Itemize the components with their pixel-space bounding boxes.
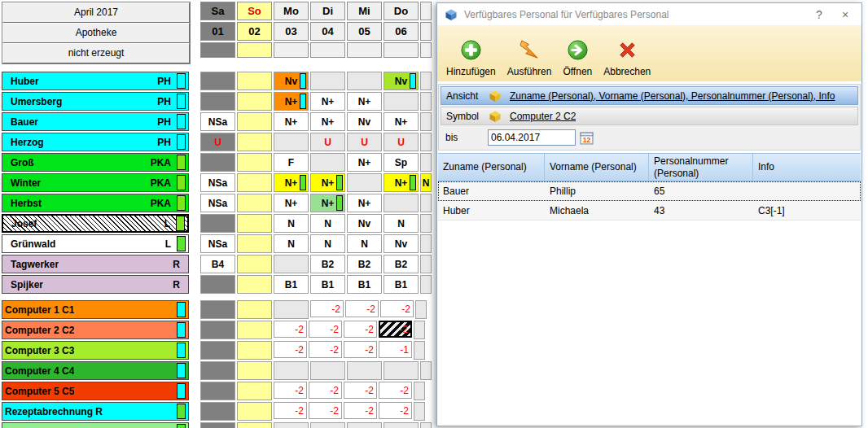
schedule-cell[interactable]: B2 [347,255,382,273]
schedule-cell[interactable]: -2 [309,402,342,419]
schedule-cell[interactable]: B4 [200,255,235,273]
column-header[interactable]: Info [753,154,861,181]
date-header-cell[interactable]: 01 [200,22,235,41]
schedule-cell[interactable]: Nv [384,72,419,90]
bis-date-input[interactable] [488,129,576,146]
personnel-row[interactable]: Computer 3 C3 [2,341,189,360]
schedule-cell[interactable] [274,255,309,273]
personnel-row[interactable]: BauerPH [2,112,189,131]
day-header-cell[interactable]: Mo [274,2,309,20]
personnel-row[interactable]: UmersbergPH [2,92,189,111]
schedule-cell[interactable] [237,300,272,319]
help-button[interactable]: ? [806,8,832,21]
schedule-cell[interactable]: B1 [347,275,382,294]
schedule-cell[interactable]: N [310,234,345,253]
schedule-cell[interactable]: Nv [347,214,382,233]
schedule-cell[interactable]: B2 [310,255,345,273]
schedule-cell[interactable] [415,300,427,319]
calendar-icon[interactable]: 12 [580,131,594,145]
symbol-link[interactable]: Computer 2 C2 [510,111,576,122]
ausf-hren-button[interactable]: Ausführen [502,37,558,79]
schedule-cell[interactable]: N [420,173,432,192]
personnel-row[interactable]: Computer 4 C4 [2,361,189,380]
personnel-row[interactable] [2,422,189,428]
blank-header-cell[interactable] [274,42,309,58]
schedule-cell[interactable] [237,402,272,421]
schedule-cell[interactable]: NSa [200,194,235,212]
date-header-cell[interactable]: 03 [274,22,309,41]
schedule-cell[interactable]: Nv [384,234,419,253]
schedule-cell[interactable]: -2 [379,382,412,399]
schedule-cell[interactable] [310,153,345,172]
personnel-row[interactable]: WinterPKA [2,173,189,192]
schedule-cell[interactable] [420,72,432,90]
schedule-cell[interactable]: N [274,214,309,233]
schedule-cell[interactable] [237,341,272,360]
blank-header-cell[interactable] [237,42,272,58]
schedule-cell[interactable]: N [310,214,345,233]
schedule-cell[interactable] [274,300,309,319]
schedule-cell[interactable] [310,361,345,380]
schedule-cell[interactable] [237,112,272,131]
day-header-cell[interactable]: Do [384,2,419,20]
schedule-cell[interactable] [237,72,272,90]
-ffnen-button[interactable]: Öffnen [557,37,598,79]
schedule-cell[interactable]: B2 [384,255,419,273]
schedule-cell[interactable] [414,402,425,421]
schedule-cell[interactable] [347,173,382,192]
date-header-cell[interactable]: 06 [384,22,419,41]
ansicht-link[interactable]: Zuname (Personal), Vorname (Personal), P… [510,90,835,102]
personnel-row[interactable]: Computer 5 C5 [2,382,189,400]
column-header[interactable]: Zuname (Personal) [438,154,545,181]
blank-header-cell[interactable] [200,42,235,58]
schedule-cell[interactable] [384,194,419,212]
personnel-row[interactable]: GroßPKA [2,153,189,172]
schedule-cell[interactable] [200,361,235,380]
schedule-cell[interactable] [200,153,235,172]
schedule-cell[interactable]: -2 [274,402,307,419]
schedule-cell[interactable]: N+ [310,173,345,192]
day-header-cell[interactable] [420,2,432,20]
schedule-cell[interactable] [200,214,235,233]
schedule-cell[interactable] [420,133,432,151]
schedule-cell[interactable] [237,194,272,212]
schedule-cell[interactable] [420,234,432,253]
schedule-cell[interactable] [200,382,235,400]
schedule-cell[interactable]: N [347,234,382,253]
schedule-cell[interactable] [237,214,272,233]
schedule-cell[interactable]: NSa [200,173,235,192]
schedule-cell[interactable]: Sp [384,153,419,172]
personnel-row[interactable]: Computer 2 C2 [2,321,189,339]
schedule-cell[interactable]: N+ [310,112,345,131]
schedule-cell[interactable]: -2 [310,300,344,317]
schedule-cell[interactable] [347,72,382,90]
schedule-cell[interactable] [237,275,272,294]
schedule-cell[interactable] [200,402,235,421]
schedule-cell[interactable]: N+ [310,194,345,212]
schedule-cell[interactable]: Nv [347,112,382,131]
schedule-cell[interactable] [420,194,432,212]
date-header-cell[interactable] [420,22,432,41]
personnel-row[interactable]: Computer 1 C1 [2,300,189,319]
schedule-cell[interactable] [200,300,235,319]
schedule-cell[interactable] [274,133,309,151]
hinzuf-gen-button[interactable]: Hinzufügen [441,37,502,79]
date-header-cell[interactable]: 04 [310,22,345,41]
close-button[interactable]: × [832,8,858,21]
schedule-cell[interactable] [310,72,345,90]
dialog-titlebar[interactable]: Verfügbares Personal für Verfügbares Per… [437,3,861,25]
schedule-cell[interactable]: N [274,234,309,253]
schedule-cell[interactable]: N+ [274,92,309,111]
schedule-cell[interactable]: B1 [384,275,419,294]
schedule-cell[interactable] [414,321,425,339]
schedule-cell[interactable]: -2 [274,321,307,338]
abbrechen-button[interactable]: Abbrechen [598,37,656,79]
schedule-cell[interactable]: N+ [347,153,382,172]
date-header-cell[interactable]: 05 [347,22,382,41]
schedule-cell[interactable] [237,422,272,428]
date-header-cell[interactable]: 02 [237,22,272,41]
blank-header-cell[interactable] [310,42,345,58]
schedule-cell[interactable]: -2 [344,382,377,399]
personnel-row[interactable]: GrünwaldL [2,234,189,253]
schedule-cell[interactable]: N+ [274,112,309,131]
